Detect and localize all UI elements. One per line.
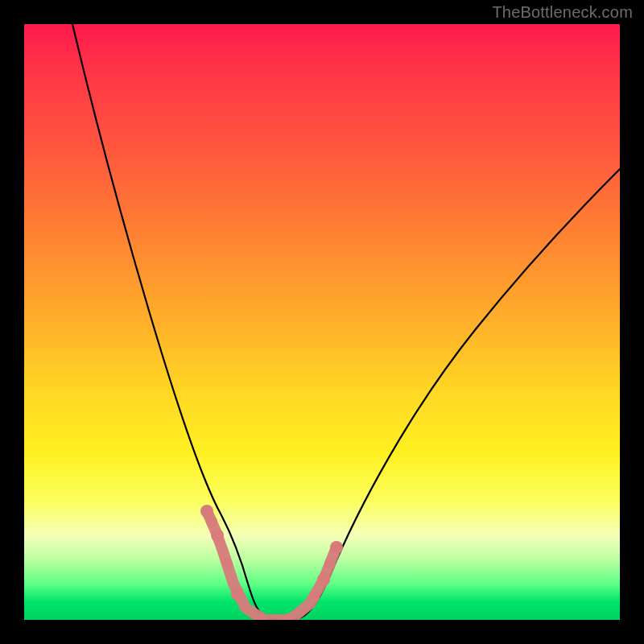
marker-dot: [330, 541, 343, 554]
marker-dot: [211, 529, 224, 542]
marker-dots-group: [200, 505, 343, 620]
marker-dot: [221, 558, 233, 569]
bottleneck-curve: [72, 24, 620, 620]
marker-dot: [317, 573, 330, 586]
marker-dot: [231, 588, 244, 601]
marker-dot: [206, 516, 217, 527]
marker-dot: [200, 505, 213, 518]
marker-dot: [308, 592, 320, 603]
chart-svg: [24, 24, 620, 620]
marker-dot: [324, 558, 336, 569]
watermark-text: TheBottleneck.com: [492, 3, 633, 22]
plot-area: [24, 24, 620, 620]
chart-frame: TheBottleneck.com: [0, 0, 644, 644]
